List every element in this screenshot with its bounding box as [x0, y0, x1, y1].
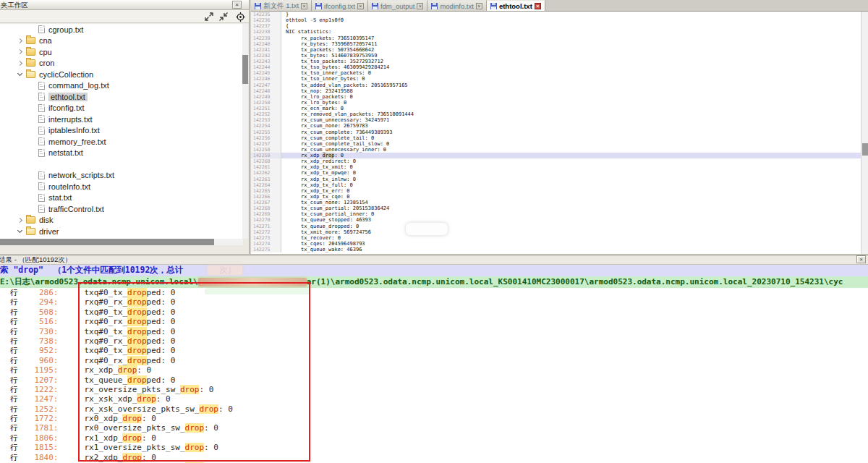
tab-fdm-output[interactable]: fdm_output× [368, 0, 428, 11]
editor-line[interactable]: 142255 rx_csum_complete: 736449389393 [251, 129, 861, 135]
tree-item-cycliccollection[interactable]: cyclicCollection [0, 69, 243, 80]
tree-item-ethtool-txt[interactable]: ethtool.txt [0, 91, 243, 103]
expand-all-icon[interactable] [203, 12, 214, 22]
result-row[interactable]: 行1195:rx_xdp_drop: 0 [0, 365, 868, 375]
tree-item-memory-free-txt[interactable]: memory_free.txt [0, 136, 243, 148]
locate-file-icon[interactable] [235, 12, 246, 22]
editor-line[interactable]: 142264 rx_xdp_tx_full: 0 [251, 182, 861, 188]
result-row[interactable]: 行1252:rx_xsk_oversize_pkts_sw_drop: 0 [0, 404, 868, 414]
editor-line[interactable]: 142250 rx_lro_bytes: 0 [251, 100, 861, 106]
editor-line[interactable]: 142241 tx_packets: 507354668642 [251, 47, 861, 53]
tab-ifconfig-txt[interactable]: ifconfig.txt× [312, 0, 368, 11]
editor-line[interactable]: 142257 rx_csum_complete_tail_slow: 0 [251, 141, 861, 147]
collapse-all-icon[interactable] [218, 12, 229, 22]
tree-vertical-scrollbar[interactable] [242, 24, 248, 239]
result-row[interactable]: 行960:rxq#0_rx_dropped: 0 [0, 356, 868, 365]
editor-line[interactable]: 142246 tx_tso_inner_bytes: 0 [251, 76, 861, 82]
workspace-close-icon[interactable]: × [232, 1, 242, 9]
result-row[interactable]: 行286:txq#0_tx_dropped: 0 [0, 288, 868, 297]
editor-line[interactable]: 142274 tx_cqes: 204596498793 [251, 241, 861, 247]
editor-line[interactable]: 142238NIC statistics: [251, 29, 861, 35]
result-row[interactable]: 行294:rxq#0_rx_dropped: 0 [0, 297, 868, 307]
tree-item-network-scripts-txt[interactable]: network_scripts.txt [0, 170, 243, 182]
result-row[interactable]: 行1815:rx1_oversize_pkts_sw_drop: 0 [0, 443, 868, 452]
editor-line[interactable]: 142265 rx_xdp_tx_err: 0 [251, 188, 861, 194]
editor-line[interactable]: 142252 rx_removed_vlan_packets: 73651009… [251, 111, 861, 117]
result-row[interactable]: 行1222:rx_oversize_pkts_sw_drop: 0 [0, 385, 868, 394]
tab-close-icon[interactable]: × [535, 3, 541, 9]
tab-close-icon[interactable]: × [417, 3, 423, 9]
editor-line[interactable]: 142263 rx_xdp_tx_inlnw: 0 [251, 177, 861, 182]
tree-item-trafficcontrol-txt[interactable]: trafficControl.txt [0, 203, 243, 215]
result-row[interactable]: 行1781:rx0_oversize_pkts_sw_drop: 0 [0, 423, 868, 433]
tab-close-icon[interactable]: × [357, 3, 364, 9]
tree-item-command-log-txt[interactable]: command_log.txt [0, 80, 243, 92]
tree-item-disk[interactable]: disk [0, 215, 243, 226]
tree-item-iptablesinfo-txt[interactable]: iptablesInfo.txt [0, 125, 243, 137]
editor-line[interactable]: 142262 rx_xdp_tx_mpwqe: 0 [251, 170, 861, 176]
tab-close-icon[interactable]: × [301, 3, 307, 9]
editor-line[interactable]: 142259 rx_xdp_drop: 0 [251, 153, 861, 158]
result-row[interactable]: 行1772:rx0_xdp_drop: 0 [0, 414, 868, 423]
editor-line[interactable]: 142258 rx_csum_unnecessary_inner: 0 [251, 147, 861, 153]
result-row[interactable]: 行1806:rx1_xdp_drop: 0 [0, 433, 868, 443]
chevron-right-icon[interactable] [17, 38, 22, 43]
result-row[interactable]: 行1840:rx2_xdp_drop: 0 [0, 453, 868, 462]
editor-line[interactable]: 142245 tx_tso_inner_packets: 0 [251, 70, 861, 76]
editor-line[interactable]: 142269 tx_csum_partial_inner: 0 [251, 211, 861, 217]
tree-item-ifconfig-txt[interactable]: ifconfig.txt [0, 103, 243, 114]
editor-line[interactable]: 142244 tx_tso_bytes: 463099429284214 [251, 64, 861, 70]
tree-horizontal-scrollbar[interactable] [0, 239, 243, 245]
result-row[interactable]: 行516:rxq#0_rx_dropped: 0 [0, 317, 868, 326]
result-row[interactable]: 行1247:rx_xsk_xdp_drop: 0 [0, 394, 868, 404]
editor-line[interactable]: 142275 tx_queue_wake: 46396 [251, 247, 861, 252]
chevron-right-icon[interactable] [17, 49, 22, 54]
chevron-down-icon[interactable] [17, 228, 22, 233]
tree-vertical-scrollbar-thumb[interactable] [242, 55, 248, 84]
editor-line[interactable]: 142261 rx_xdp_tx_xmit: 0 [251, 164, 861, 170]
editor-line[interactable]: 142256 rx_csum_complete_tail: 0 [251, 135, 861, 141]
editor-line[interactable]: 142251 rx_ecn_mark: 0 [251, 106, 861, 111]
editor-line[interactable]: 142272 tx_xmit_more: 569724756 [251, 229, 861, 235]
editor-line[interactable]: 142260 rx_xdp_redirect: 0 [251, 158, 861, 164]
chevron-down-icon[interactable] [17, 71, 22, 76]
editor-line[interactable]: 142236ethtool -S enp1s0f0 [251, 17, 861, 23]
editor-line[interactable]: 142247 tx_added_vlan_packets: 2051659571… [251, 82, 861, 88]
editor-line[interactable]: 142243 tx_tso_packets: 35272932712 [251, 59, 861, 64]
editor-line[interactable]: 142271 tx_queue_dropped: 0 [251, 224, 861, 229]
editor-text-area[interactable]: 142235}142236ethtool -S enp1s0f0142237{1… [251, 12, 861, 254]
chevron-right-icon[interactable] [17, 61, 22, 66]
tab-ethtool-txt[interactable]: ethtool.txt× [487, 0, 545, 11]
editor-line[interactable]: 142267 tx_csum_none: 12385154 [251, 200, 861, 205]
editor-line[interactable]: 142237{ [251, 23, 861, 29]
editor-line[interactable]: 142235} [251, 12, 861, 17]
tree-item-routeinfo-txt[interactable]: routeInfo.txt [0, 181, 243, 192]
tree-item-cna[interactable]: cna [0, 35, 243, 47]
tree-horizontal-scrollbar-thumb[interactable] [0, 239, 214, 245]
editor-line[interactable]: 142266 rx_xdp_tx_cqe: 0 [251, 194, 861, 200]
editor-vertical-scrollbar[interactable] [861, 12, 868, 254]
tree-item-stat-txt[interactable]: stat.txt [0, 192, 243, 204]
result-row[interactable]: 行508:txq#0_tx_dropped: 0 [0, 307, 868, 317]
editor-line[interactable]: 142254 rx_csum_none: 26759783 [251, 123, 861, 129]
tree-item-netstat-txt[interactable]: netstat.txt [0, 148, 243, 159]
tree-item-cron[interactable]: cron [0, 58, 243, 69]
tab--1-txt[interactable]: 新文件 1.txt× [251, 0, 312, 11]
result-row[interactable]: 行730:txq#0_tx_dropped: 0 [0, 327, 868, 336]
tree-item-cpu[interactable]: cpu [0, 46, 243, 58]
result-row[interactable]: 行738:rxq#0_rx_dropped: 0 [0, 336, 868, 346]
editor-line[interactable]: 142249 rx_lro_packets: 0 [251, 94, 861, 100]
editor-line[interactable]: 142270 tx_queue_stopped: 46393 [251, 217, 861, 223]
tree-item-interrupts-txt[interactable]: interrupts.txt [0, 114, 243, 125]
tree-item-cgroup-txt[interactable]: cgroup.txt [0, 24, 243, 35]
editor-line[interactable]: 142242 tx_bytes: 514607839753959 [251, 53, 861, 59]
result-row[interactable]: 行952:txq#0_tx_dropped: 0 [0, 346, 868, 355]
tab-close-icon[interactable]: × [476, 3, 482, 9]
editor-line[interactable]: 142239 rx_packets: 736510395147 [251, 35, 861, 41]
editor-line[interactable]: 142248 tx_nop: 232419588 [251, 88, 861, 94]
editor-line[interactable]: 142273 tx_recover: 0 [251, 235, 861, 241]
editor-vertical-scrollbar-thumb[interactable] [862, 143, 868, 156]
editor-line[interactable]: 142240 rx_bytes: 735960572057411 [251, 41, 861, 47]
tree-item-driver[interactable]: driver [0, 226, 243, 237]
chevron-right-icon[interactable] [17, 218, 22, 223]
